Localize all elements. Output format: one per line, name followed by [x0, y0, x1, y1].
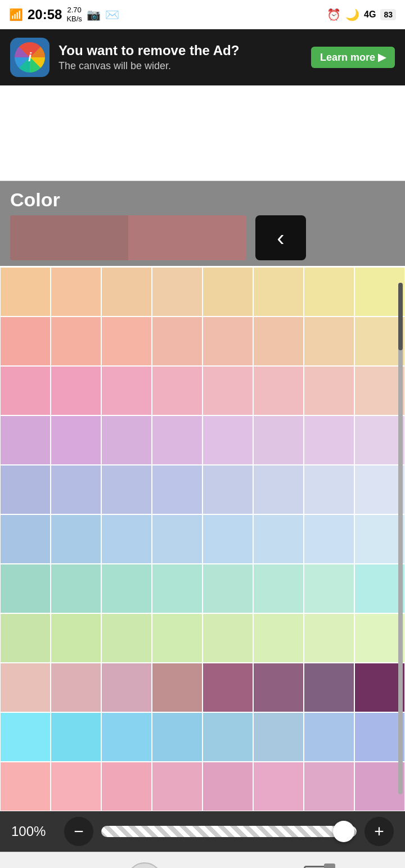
- color-cell[interactable]: [304, 465, 354, 514]
- color-cell[interactable]: [253, 267, 304, 317]
- color-cell[interactable]: [202, 415, 253, 465]
- color-cell[interactable]: [354, 415, 405, 465]
- learn-more-button[interactable]: Learn more ▶: [311, 47, 395, 68]
- color-cell[interactable]: [354, 663, 405, 712]
- color-swatch-current[interactable]: [10, 215, 128, 260]
- color-cell[interactable]: [152, 663, 202, 712]
- color-cell[interactable]: [101, 663, 152, 712]
- color-cell[interactable]: [51, 267, 101, 317]
- color-cell[interactable]: [253, 465, 304, 514]
- color-cell[interactable]: [101, 712, 152, 762]
- color-cell[interactable]: [152, 465, 202, 514]
- color-cell[interactable]: [0, 317, 51, 366]
- scrollbar-thumb[interactable]: [398, 283, 403, 350]
- color-cell[interactable]: [253, 564, 304, 613]
- color-cell[interactable]: [0, 465, 51, 514]
- color-cell[interactable]: [101, 613, 152, 663]
- color-cell[interactable]: [51, 564, 101, 613]
- color-cell[interactable]: [202, 762, 253, 811]
- color-cell[interactable]: [304, 514, 354, 564]
- color-cell[interactable]: [202, 366, 253, 415]
- color-cell[interactable]: [101, 317, 152, 366]
- color-cell[interactable]: [354, 762, 405, 811]
- brush-tool-button[interactable]: [64, 858, 109, 869]
- color-cell[interactable]: [354, 267, 405, 317]
- arrow-down-button[interactable]: [238, 858, 283, 869]
- color-cell[interactable]: [51, 613, 101, 663]
- color-cell[interactable]: [253, 514, 304, 564]
- color-cell[interactable]: [0, 366, 51, 415]
- zoom-minus-button[interactable]: −: [64, 817, 93, 846]
- color-swatch-previous[interactable]: [128, 215, 246, 260]
- color-cell[interactable]: [354, 465, 405, 514]
- color-cell[interactable]: [202, 514, 253, 564]
- color-cell[interactable]: [152, 366, 202, 415]
- brush-size-button[interactable]: 23.0: [122, 858, 167, 869]
- color-cell[interactable]: [202, 317, 253, 366]
- color-cell[interactable]: [0, 514, 51, 564]
- color-cell[interactable]: [253, 415, 304, 465]
- color-cell[interactable]: [304, 366, 354, 415]
- color-cell[interactable]: [152, 613, 202, 663]
- undo-button[interactable]: [353, 858, 398, 869]
- color-cell[interactable]: [202, 267, 253, 317]
- color-cell[interactable]: [253, 613, 304, 663]
- color-cell[interactable]: [0, 762, 51, 811]
- color-cell[interactable]: [304, 564, 354, 613]
- color-cell[interactable]: [0, 564, 51, 613]
- zoom-plus-button[interactable]: +: [364, 817, 394, 846]
- color-cell[interactable]: [152, 514, 202, 564]
- color-cell[interactable]: [101, 762, 152, 811]
- color-cell[interactable]: [51, 514, 101, 564]
- color-cell[interactable]: [101, 514, 152, 564]
- back-button[interactable]: ‹: [255, 215, 306, 260]
- color-cell[interactable]: [51, 415, 101, 465]
- color-cell[interactable]: [152, 317, 202, 366]
- color-cell[interactable]: [253, 317, 304, 366]
- color-cell[interactable]: [253, 663, 304, 712]
- color-cell[interactable]: [253, 712, 304, 762]
- color-cell[interactable]: [304, 712, 354, 762]
- color-cell[interactable]: [0, 415, 51, 465]
- color-cell[interactable]: [304, 613, 354, 663]
- color-cell[interactable]: [202, 465, 253, 514]
- color-cell[interactable]: [152, 762, 202, 811]
- color-cell[interactable]: [202, 663, 253, 712]
- color-cell[interactable]: [0, 613, 51, 663]
- opacity-track[interactable]: [101, 826, 357, 837]
- color-cell[interactable]: [51, 465, 101, 514]
- color-cell[interactable]: [354, 564, 405, 613]
- color-cell[interactable]: [0, 663, 51, 712]
- color-cell[interactable]: [304, 267, 354, 317]
- chevron-down-left-button[interactable]: [180, 858, 225, 869]
- color-cell[interactable]: [101, 465, 152, 514]
- color-cell[interactable]: [152, 415, 202, 465]
- color-cell[interactable]: [304, 415, 354, 465]
- color-cell[interactable]: [253, 762, 304, 811]
- color-cell[interactable]: [304, 762, 354, 811]
- color-cell[interactable]: [51, 712, 101, 762]
- color-cell[interactable]: [202, 613, 253, 663]
- color-cell[interactable]: [152, 564, 202, 613]
- color-cell[interactable]: [51, 366, 101, 415]
- color-cell[interactable]: [51, 663, 101, 712]
- color-cell[interactable]: [202, 564, 253, 613]
- color-cell[interactable]: [152, 712, 202, 762]
- opacity-thumb[interactable]: [333, 821, 354, 842]
- color-cell[interactable]: [354, 366, 405, 415]
- layers-button[interactable]: 2: [296, 858, 341, 869]
- color-cell[interactable]: [304, 317, 354, 366]
- color-cell[interactable]: [152, 267, 202, 317]
- color-cell[interactable]: [354, 317, 405, 366]
- ad-banner[interactable]: i You want to remove the Ad? The canvas …: [0, 29, 405, 85]
- color-cell[interactable]: [0, 267, 51, 317]
- color-cell[interactable]: [101, 366, 152, 415]
- color-cell[interactable]: [51, 762, 101, 811]
- color-cell[interactable]: [101, 564, 152, 613]
- color-cell[interactable]: [253, 366, 304, 415]
- color-cell[interactable]: [101, 415, 152, 465]
- color-cell[interactable]: [354, 514, 405, 564]
- color-cell[interactable]: [0, 712, 51, 762]
- color-cell[interactable]: [354, 613, 405, 663]
- color-cell[interactable]: [304, 663, 354, 712]
